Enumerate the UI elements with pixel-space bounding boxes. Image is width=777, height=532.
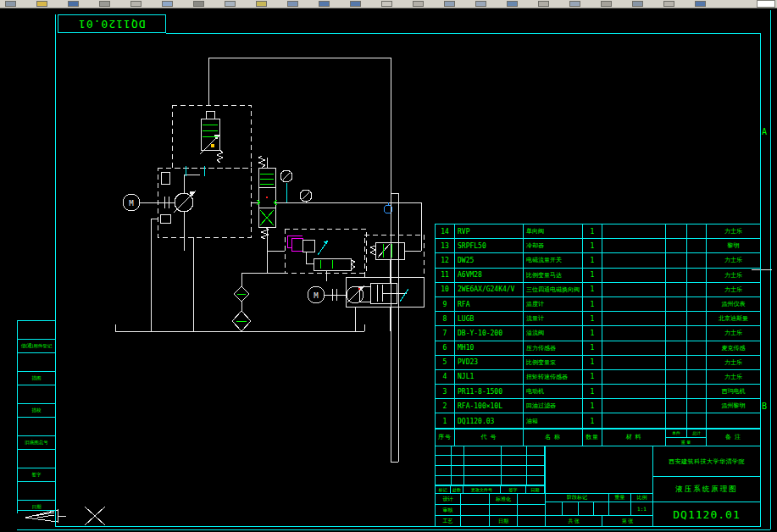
undo-icon[interactable] — [319, 1, 330, 7]
part-material — [602, 269, 666, 282]
part-material — [602, 312, 666, 325]
margin-strip-blank-box — [17, 320, 56, 339]
part-weight-total — [687, 341, 707, 355]
zoom-previous-icon[interactable] — [475, 1, 486, 7]
part-name: 比例变量泵 — [524, 356, 583, 369]
cut-icon[interactable] — [193, 1, 204, 7]
part-name: 温度计 — [524, 297, 583, 311]
part-no: 1 — [436, 413, 455, 428]
match-properties-icon[interactable] — [287, 1, 298, 7]
part-weight-unit — [666, 326, 687, 340]
part-weight-unit — [666, 283, 687, 296]
part-qty: 1 — [583, 399, 602, 413]
margin-strip-blank-box — [17, 481, 56, 500]
filters — [232, 273, 285, 331]
plot-icon[interactable] — [99, 1, 110, 7]
header-material: 材 料 — [602, 428, 666, 446]
part-material — [602, 253, 666, 267]
header-code: 代 号 — [454, 428, 524, 446]
part-weight-unit — [666, 269, 687, 282]
margin-strip-bottom-line — [17, 510, 56, 511]
sheet-set-icon[interactable] — [601, 1, 612, 7]
part-remark: 力士乐 — [707, 269, 760, 282]
pan-icon[interactable] — [381, 1, 392, 7]
part-remark: 温州黎明 — [707, 399, 760, 413]
publish-icon[interactable] — [162, 1, 173, 7]
part-material — [602, 385, 666, 398]
part-no: 9 — [436, 297, 455, 311]
part-remark: 麦克传感 — [707, 341, 760, 355]
part-name: 流量计 — [524, 312, 583, 325]
frame-top — [166, 33, 760, 34]
part-weight-total — [687, 385, 707, 398]
part-code: PR11-8-1500 — [455, 385, 524, 398]
part-material — [602, 356, 666, 369]
parts-table-row: 13 SRPFL50 冷却器 1 黎明 — [436, 239, 760, 253]
part-material — [602, 224, 666, 238]
part-qty: 1 — [583, 283, 602, 296]
tool-palettes-icon[interactable] — [569, 1, 580, 7]
open-file-icon[interactable] — [36, 1, 47, 7]
part-remark: 力士乐 — [707, 326, 760, 340]
plot-preview-icon[interactable] — [130, 1, 142, 7]
label-check: 审核 — [435, 504, 461, 516]
margin-strip-label: 描图 — [17, 371, 56, 385]
redo-icon[interactable] — [350, 1, 361, 7]
parts-table-row: 12 DW25 电磁流量开关 1 力士乐 — [436, 253, 760, 268]
part-weight-unit — [666, 312, 687, 325]
drawing-canvas[interactable]: M M DQ1120.01 A B 借(通)用件登记 — [0, 0, 777, 532]
part-name: 压力传感器 — [524, 341, 583, 355]
part-code: RVP — [455, 224, 524, 238]
parts-table-row: 14 RVP 单向阀 1 力士乐 — [436, 224, 760, 239]
parts-table-row: 11 A6VM28 比例变量马达 1 力士乐 — [436, 269, 760, 283]
part-code: MH10 — [455, 341, 524, 355]
calculator-icon[interactable] — [663, 1, 674, 7]
part-weight-unit — [666, 385, 687, 398]
help-icon[interactable] — [695, 1, 706, 7]
part-no: 13 — [436, 239, 455, 252]
part-remark: 西玛电机 — [707, 385, 760, 398]
paper-bottom-edge — [17, 529, 770, 530]
zoom-realtime-icon[interactable] — [413, 1, 424, 7]
designcenter-icon[interactable] — [538, 1, 549, 7]
header-remark: 备 注 — [706, 428, 761, 446]
margin-strip: 借(通)用件登记 描图 描校 旧底图总号 — [17, 320, 56, 513]
part-remark: 力士乐 — [707, 370, 760, 384]
label-process: 工艺 — [435, 515, 461, 527]
properties-icon[interactable] — [507, 1, 518, 7]
part-remark: 北京迪斯曼 — [707, 312, 760, 325]
part-name: 扭矩转速传感器 — [524, 370, 583, 384]
part-remark: 力士乐 — [707, 224, 760, 238]
part-weight-total — [687, 399, 707, 413]
paste-icon[interactable] — [256, 1, 267, 7]
part-weight-total — [687, 297, 707, 311]
zoom-window-icon[interactable] — [444, 1, 455, 7]
part-code: DB-Y-10-200 — [455, 326, 524, 340]
margin-strip-blank-box — [17, 449, 56, 468]
parts-table-row: 9 RFA 温度计 1 温州仪表 — [436, 297, 760, 312]
pressure-gauge-2 — [300, 190, 312, 202]
copy-icon[interactable] — [225, 1, 236, 7]
part-name: 回油过滤器 — [524, 399, 583, 413]
part-no: 2 — [436, 399, 455, 413]
part-qty: 1 — [583, 326, 602, 340]
new-file-icon[interactable] — [5, 1, 16, 7]
part-material — [602, 239, 666, 252]
part-material — [602, 370, 666, 384]
toolbar-combobox[interactable] — [757, 0, 775, 8]
zone-label-a: A — [762, 127, 767, 136]
part-code: LUGB — [455, 312, 524, 325]
cad-application-window: M M DQ1120.01 A B 借(通)用件登记 — [0, 0, 777, 532]
save-icon[interactable] — [68, 1, 79, 7]
part-weight-unit — [666, 370, 687, 384]
markup-icon[interactable] — [632, 1, 643, 7]
parts-table-row: 4 NJL1 扭矩转速传感器 1 力士乐 — [436, 370, 760, 385]
proportional-valve-group — [267, 236, 355, 281]
label-standard: 标准化 — [489, 493, 518, 505]
part-weight-total — [687, 413, 707, 428]
part-weight-unit — [666, 399, 687, 413]
parts-table-row: 2 RFA-100×10L 回油过滤器 1 温州黎明 — [436, 399, 760, 413]
part-weight-total — [687, 326, 707, 340]
label-design: 设计 — [435, 493, 461, 505]
part-code: DW25 — [455, 253, 524, 267]
